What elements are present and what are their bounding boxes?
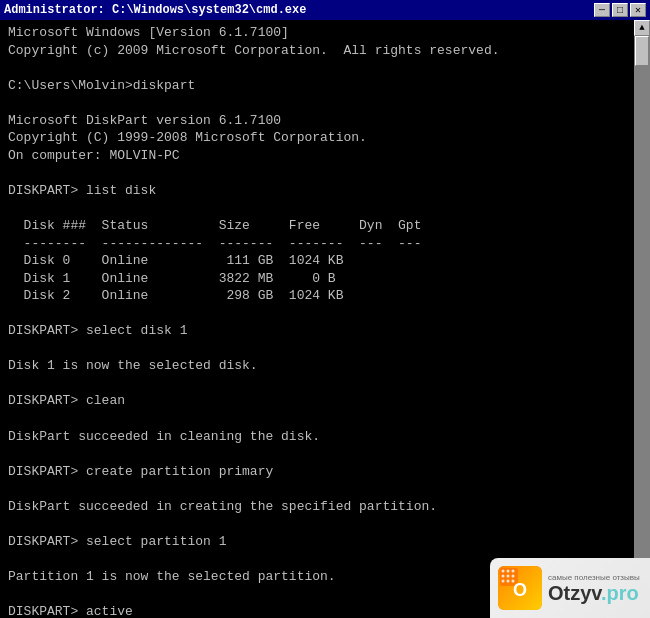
console-line: [8, 94, 622, 112]
svg-point-10: [507, 580, 510, 583]
console-content: Microsoft Windows [Version 6.1.7100]Copy…: [8, 24, 642, 618]
console-line: DISKPART> clean: [8, 392, 622, 410]
watermark-text-area: самые полезные отзывы Otzyv.pro: [548, 573, 640, 603]
scroll-up-button[interactable]: ▲: [634, 20, 650, 36]
watermark-logo: О: [498, 566, 542, 610]
console-line: [8, 199, 622, 217]
title-bar: Administrator: C:\Windows\system32\cmd.e…: [0, 0, 650, 20]
console-line: Disk 0 Online 111 GB 1024 KB: [8, 252, 622, 270]
watermark-logo-svg: О: [498, 566, 542, 610]
console-line: Disk ### Status Size Free Dyn Gpt: [8, 217, 622, 235]
svg-point-8: [512, 575, 515, 578]
svg-point-3: [502, 570, 505, 573]
title-bar-buttons: ─ □ ✕: [594, 3, 646, 17]
brand-otzy: Otzyv: [548, 582, 601, 604]
console-line: [8, 515, 622, 533]
svg-text:О: О: [513, 580, 527, 600]
svg-point-7: [507, 575, 510, 578]
watermark-brand: Otzyv.pro: [548, 583, 640, 603]
console-line: DISKPART> select partition 1: [8, 533, 622, 551]
svg-point-9: [502, 580, 505, 583]
console-line: Copyright (c) 2009 Microsoft Corporation…: [8, 42, 622, 60]
console-line: DISKPART> select disk 1: [8, 322, 622, 340]
console-line: -------- ------------- ------- ------- -…: [8, 235, 622, 253]
scrollbar-track[interactable]: [634, 36, 650, 602]
watermark: О самые полезные отзывы Otzyv.pro: [490, 558, 650, 618]
scrollbar-thumb[interactable]: [635, 36, 649, 66]
console-line: DiskPart succeeded in cleaning the disk.: [8, 428, 622, 446]
console-line: [8, 59, 622, 77]
svg-point-6: [502, 575, 505, 578]
console-line: Microsoft Windows [Version 6.1.7100]: [8, 24, 622, 42]
watermark-top-text: самые полезные отзывы: [548, 573, 640, 582]
svg-point-5: [512, 570, 515, 573]
console-line: [8, 305, 622, 323]
console-line: Disk 2 Online 298 GB 1024 KB: [8, 287, 622, 305]
console-line: DiskPart succeeded in creating the speci…: [8, 498, 622, 516]
svg-point-11: [512, 580, 515, 583]
console-line: [8, 340, 622, 358]
console-line: [8, 375, 622, 393]
cmd-window: Administrator: C:\Windows\system32\cmd.e…: [0, 0, 650, 618]
maximize-button[interactable]: □: [612, 3, 628, 17]
console-line: Microsoft DiskPart version 6.1.7100: [8, 112, 622, 130]
close-button[interactable]: ✕: [630, 3, 646, 17]
console-line: Copyright (C) 1999-2008 Microsoft Corpor…: [8, 129, 622, 147]
console-line: [8, 164, 622, 182]
svg-point-4: [507, 570, 510, 573]
window-title: Administrator: C:\Windows\system32\cmd.e…: [4, 3, 306, 17]
console-line: [8, 445, 622, 463]
console-line: DISKPART> create partition primary: [8, 463, 622, 481]
console-area: Microsoft Windows [Version 6.1.7100]Copy…: [0, 20, 650, 618]
console-line: DISKPART> list disk: [8, 182, 622, 200]
console-line: Disk 1 Online 3822 MB 0 B: [8, 270, 622, 288]
console-line: [8, 410, 622, 428]
minimize-button[interactable]: ─: [594, 3, 610, 17]
console-line: [8, 480, 622, 498]
brand-pro: pro: [607, 582, 639, 604]
scrollbar[interactable]: ▲ ▼: [634, 20, 650, 618]
console-line: On computer: MOLVIN-PC: [8, 147, 622, 165]
console-line: Disk 1 is now the selected disk.: [8, 357, 622, 375]
console-line: C:\Users\Molvin>diskpart: [8, 77, 622, 95]
